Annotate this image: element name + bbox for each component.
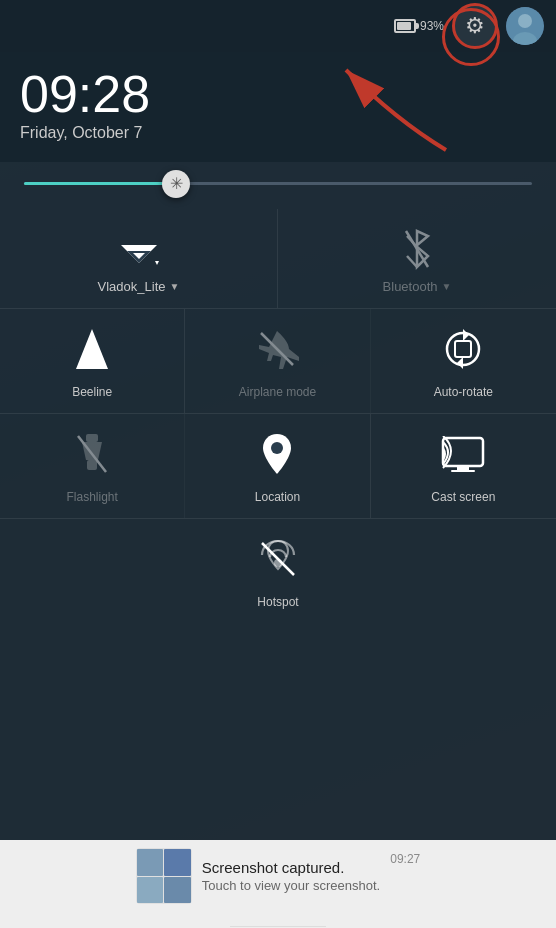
- flashlight-icon: [74, 432, 110, 476]
- autorotate-icon: [441, 327, 485, 371]
- qs-tile-beeline[interactable]: Beeline: [0, 309, 185, 413]
- flashlight-icon-area: [68, 430, 116, 478]
- airplane-icon: [255, 327, 299, 371]
- avatar[interactable]: [506, 7, 544, 45]
- status-right-icons: 93% ⚙: [394, 3, 544, 49]
- qs-tile-castscreen[interactable]: Cast screen: [371, 414, 556, 518]
- svg-rect-19: [451, 470, 475, 472]
- status-bar: 93% ⚙: [0, 0, 556, 52]
- beeline-icon-area: [68, 325, 116, 373]
- qs-tile-hotspot[interactable]: Hotspot: [214, 519, 342, 623]
- quick-settings-panel: Vladok_Lite ▼ Bluetooth ▼: [0, 201, 556, 631]
- qs-tile-autorotate[interactable]: Auto-rotate: [371, 309, 556, 413]
- bluetooth-icon-area: [393, 225, 441, 273]
- qs-row-4: Hotspot: [0, 519, 556, 623]
- qs-tile-location[interactable]: Location: [185, 414, 370, 518]
- notification-bar[interactable]: Screenshot captured. Touch to view your …: [0, 840, 556, 928]
- battery-icon: [394, 19, 416, 33]
- signal-icon: [74, 327, 110, 371]
- gear-icon: ⚙: [465, 13, 485, 39]
- hotspot-icon-area: [254, 535, 302, 583]
- brightness-section: ✳: [0, 162, 556, 201]
- qs-row-wifi-bluetooth: Vladok_Lite ▼ Bluetooth ▼: [0, 209, 556, 309]
- svg-rect-14: [87, 460, 97, 470]
- brightness-track: ✳: [24, 182, 532, 185]
- svg-marker-7: [155, 261, 159, 265]
- battery-indicator: 93%: [394, 19, 444, 33]
- brightness-icon: ✳: [170, 174, 183, 193]
- brightness-slider[interactable]: ✳: [24, 182, 532, 185]
- bluetooth-chevron-icon: ▼: [442, 281, 452, 292]
- wifi-label-row: Vladok_Lite ▼: [98, 279, 180, 294]
- flashlight-label: Flashlight: [66, 490, 117, 504]
- qs-tile-airplane[interactable]: Airplane mode: [185, 309, 370, 413]
- castscreen-label: Cast screen: [431, 490, 495, 504]
- location-icon-area: [253, 430, 301, 478]
- svg-rect-12: [455, 341, 471, 357]
- qs-tile-flashlight[interactable]: Flashlight: [0, 414, 185, 518]
- wifi-label: Vladok_Lite: [98, 279, 166, 294]
- svg-point-16: [271, 442, 283, 454]
- wifi-chevron-icon: ▼: [170, 281, 180, 292]
- brightness-thumb[interactable]: ✳: [162, 170, 190, 198]
- airplane-icon-area: [253, 325, 301, 373]
- castscreen-icon-area: [439, 430, 487, 478]
- settings-button[interactable]: ⚙: [452, 3, 498, 49]
- svg-rect-13: [86, 434, 98, 442]
- battery-percent: 93%: [420, 19, 444, 33]
- wifi-icon: [117, 231, 161, 267]
- bluetooth-label-row: Bluetooth ▼: [383, 279, 452, 294]
- notification-content: Screenshot captured. Touch to view your …: [202, 859, 380, 893]
- svg-marker-9: [76, 329, 108, 369]
- brightness-fill: [24, 182, 176, 185]
- qs-tile-wifi[interactable]: Vladok_Lite ▼: [0, 209, 278, 308]
- location-icon: [260, 432, 294, 476]
- notification-thumbnail: [136, 848, 192, 904]
- autorotate-label: Auto-rotate: [434, 385, 493, 399]
- clock: 09:28: [20, 68, 536, 120]
- qs-row-3: Flashlight Location: [0, 414, 556, 519]
- airplane-label: Airplane mode: [239, 385, 316, 399]
- time-date-area: 09:28 Friday, October 7: [0, 52, 556, 162]
- hotspot-icon: [256, 537, 300, 581]
- autorotate-icon-area: [439, 325, 487, 373]
- bluetooth-icon: [402, 227, 432, 271]
- date: Friday, October 7: [20, 124, 536, 142]
- location-label: Location: [255, 490, 300, 504]
- qs-row-2: Beeline Airplane mode: [0, 309, 556, 414]
- svg-rect-18: [457, 466, 469, 470]
- castscreen-icon: [441, 436, 485, 472]
- notification-subtitle: Touch to view your screenshot.: [202, 878, 380, 893]
- battery-fill: [397, 22, 411, 30]
- hotspot-label: Hotspot: [257, 595, 298, 609]
- bluetooth-label: Bluetooth: [383, 279, 438, 294]
- qs-tile-bluetooth[interactable]: Bluetooth ▼: [278, 209, 556, 308]
- notification-title: Screenshot captured.: [202, 859, 380, 876]
- beeline-label: Beeline: [72, 385, 112, 399]
- notification-time: 09:27: [390, 848, 420, 866]
- svg-point-2: [518, 14, 532, 28]
- wifi-icon-area: [115, 225, 163, 273]
